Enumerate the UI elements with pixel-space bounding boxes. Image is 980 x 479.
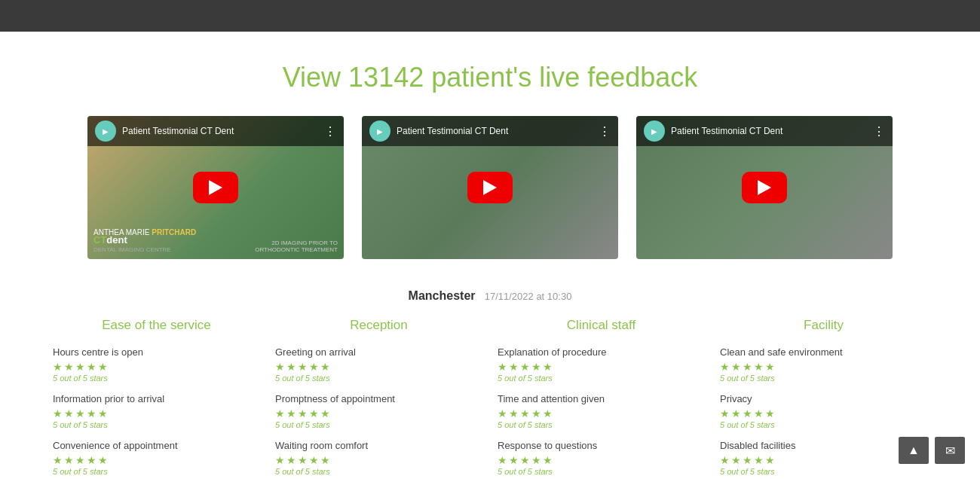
- feedback-label: Privacy: [720, 393, 927, 404]
- star-icon: ★: [53, 454, 63, 466]
- star-icon: ★: [309, 407, 319, 420]
- video-title-1: Patient Testimonial CT Dent: [122, 126, 318, 136]
- star-icon: ★: [765, 361, 775, 373]
- location-name: Manchester: [409, 289, 476, 302]
- stars-row: ★★★★★: [498, 407, 705, 420]
- star-icon: ★: [87, 454, 96, 466]
- play-button-3[interactable]: [742, 172, 787, 203]
- star-text: 5 out of 5 stars: [720, 374, 927, 383]
- location-date: 17/11/2022 at 10:30: [485, 291, 572, 302]
- feedback-col-header-1: Reception: [275, 318, 482, 333]
- feedback-item: Explanation of procedure★★★★★5 out of 5 …: [498, 346, 705, 383]
- star-text: 5 out of 5 stars: [498, 467, 705, 476]
- feedback-item: Privacy★★★★★5 out of 5 stars: [720, 393, 927, 429]
- feedback-col-header-0: Ease of the service: [53, 318, 260, 333]
- feedback-item: Disabled facilities★★★★★5 out of 5 stars: [720, 440, 927, 476]
- feedback-item: Response to questions★★★★★5 out of 5 sta…: [498, 440, 705, 476]
- star-text: 5 out of 5 stars: [53, 467, 260, 476]
- feedback-label: Clean and safe environment: [720, 346, 927, 358]
- star-icon: ★: [53, 361, 63, 373]
- feedback-item: Clean and safe environment★★★★★5 out of …: [720, 346, 927, 383]
- star-text: 5 out of 5 stars: [720, 420, 927, 429]
- stars-row: ★★★★★: [53, 407, 260, 420]
- play-button-2[interactable]: [467, 172, 513, 203]
- feedback-label: Time and attention given: [498, 393, 705, 404]
- star-text: 5 out of 5 stars: [275, 374, 482, 383]
- star-icon: ★: [520, 407, 530, 420]
- star-text: 5 out of 5 stars: [498, 420, 705, 429]
- feedback-label: Waiting room comfort: [275, 440, 482, 451]
- video-menu-2[interactable]: ⋮: [599, 124, 611, 139]
- stars-row: ★★★★★: [275, 361, 482, 373]
- star-icon: ★: [286, 407, 296, 420]
- feedback-table: Ease of the serviceHours centre is open★…: [0, 318, 980, 479]
- star-icon: ★: [320, 407, 330, 420]
- star-icon: ★: [509, 407, 519, 420]
- star-icon: ★: [298, 407, 308, 420]
- stars-row: ★★★★★: [275, 407, 482, 420]
- star-icon: ★: [309, 361, 319, 373]
- feedback-col-0: Ease of the serviceHours centre is open★…: [45, 318, 268, 479]
- video-menu-1[interactable]: ⋮: [324, 124, 336, 139]
- video-menu-3[interactable]: ⋮: [873, 124, 885, 139]
- stars-row: ★★★★★: [53, 361, 260, 373]
- star-icon: ★: [754, 407, 764, 420]
- video-top-bar-2: ▶ Patient Testimonial CT Dent ⋮: [362, 116, 618, 146]
- video-avatar-1: ▶: [95, 121, 116, 142]
- feedback-label: Information prior to arrival: [53, 393, 260, 404]
- star-icon: ★: [275, 407, 285, 420]
- star-icon: ★: [754, 454, 764, 466]
- scroll-up-button[interactable]: ▲: [899, 437, 929, 464]
- videos-row: ▶ Patient Testimonial CT Dent ⋮ ANTHEA M…: [0, 116, 980, 289]
- star-icon: ★: [286, 454, 296, 466]
- feedback-col-header-3: Facility: [720, 318, 927, 333]
- feedback-item: Hours centre is open★★★★★5 out of 5 star…: [53, 346, 260, 383]
- star-icon: ★: [275, 454, 285, 466]
- star-icon: ★: [509, 361, 519, 373]
- star-icon: ★: [520, 361, 530, 373]
- mail-button[interactable]: ✉: [935, 437, 965, 464]
- video-thumb-2[interactable]: ▶ Patient Testimonial CT Dent ⋮: [362, 116, 618, 259]
- star-icon: ★: [543, 361, 553, 373]
- star-icon: ★: [531, 454, 541, 466]
- star-text: 5 out of 5 stars: [720, 467, 927, 476]
- star-icon: ★: [75, 361, 85, 373]
- video-title-3: Patient Testimonial CT Dent: [671, 126, 867, 136]
- star-icon: ★: [765, 407, 775, 420]
- star-icon: ★: [754, 361, 764, 373]
- feedback-item: Information prior to arrival★★★★★5 out o…: [53, 393, 260, 429]
- stars-row: ★★★★★: [275, 454, 482, 466]
- star-icon: ★: [64, 361, 74, 373]
- star-icon: ★: [64, 454, 74, 466]
- star-icon: ★: [743, 407, 752, 420]
- video-top-bar-1: ▶ Patient Testimonial CT Dent ⋮: [87, 116, 344, 146]
- location-row: Manchester 17/11/2022 at 10:30: [0, 289, 980, 303]
- star-text: 5 out of 5 stars: [53, 420, 260, 429]
- feedback-item: Convenience of appointment★★★★★5 out of …: [53, 440, 260, 476]
- video-desc-1: 2D IMAGING PRIOR TOORTHODONTIC TREATMENT: [255, 240, 338, 253]
- stars-row: ★★★★★: [720, 361, 927, 373]
- star-icon: ★: [731, 454, 741, 466]
- star-icon: ★: [498, 454, 507, 466]
- feedback-label: Explanation of procedure: [498, 346, 705, 358]
- top-bar: [0, 0, 980, 32]
- star-icon: ★: [731, 407, 741, 420]
- stars-row: ★★★★★: [498, 454, 705, 466]
- feedback-item: Greeting on arrival★★★★★5 out of 5 stars: [275, 346, 482, 383]
- feedback-col-2: Clinical staffExplanation of procedure★★…: [490, 318, 712, 479]
- stars-row: ★★★★★: [720, 454, 927, 466]
- star-icon: ★: [64, 407, 74, 420]
- star-icon: ★: [286, 361, 296, 373]
- feedback-label: Promptness of appointment: [275, 393, 482, 404]
- star-icon: ★: [498, 407, 507, 420]
- star-icon: ★: [531, 407, 541, 420]
- play-button-1[interactable]: [193, 172, 238, 203]
- video-top-bar-3: ▶ Patient Testimonial CT Dent ⋮: [636, 116, 893, 146]
- star-text: 5 out of 5 stars: [275, 420, 482, 429]
- video-thumb-1[interactable]: ▶ Patient Testimonial CT Dent ⋮ ANTHEA M…: [87, 116, 344, 259]
- feedback-item: Time and attention given★★★★★5 out of 5 …: [498, 393, 705, 429]
- star-icon: ★: [275, 361, 285, 373]
- star-text: 5 out of 5 stars: [53, 374, 260, 383]
- video-thumb-3[interactable]: ▶ Patient Testimonial CT Dent ⋮: [636, 116, 893, 259]
- video-title-2: Patient Testimonial CT Dent: [397, 126, 593, 136]
